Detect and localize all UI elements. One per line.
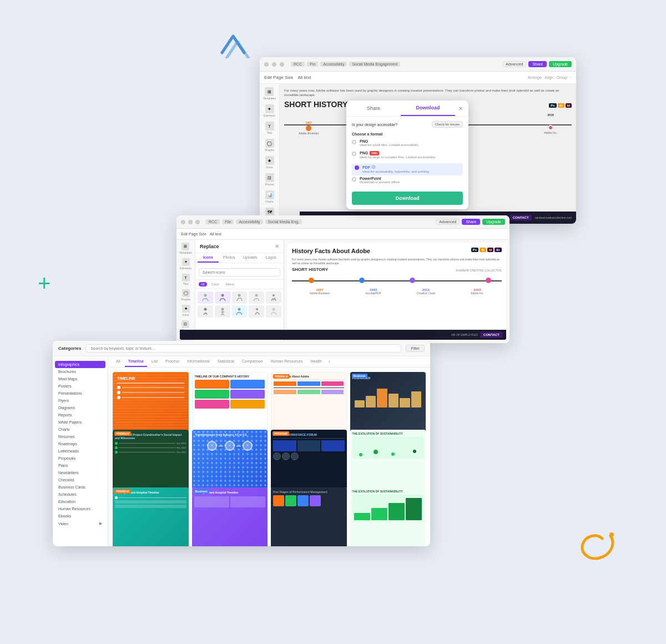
type-tab-more[interactable]: ›: [326, 356, 332, 367]
template-card-12[interactable]: THE EVOLUTION OF SUSTAINABILITY: [350, 487, 426, 546]
template-card-10[interactable]: Business Nursing Patient Hospital Timeli…: [192, 487, 268, 546]
icon-item-10[interactable]: [266, 305, 281, 318]
icon-item-5[interactable]: [266, 291, 281, 304]
type-tab-comparison[interactable]: Comparison: [239, 356, 266, 367]
sub-tab-page-size[interactable]: Edit Page Size: [264, 75, 293, 80]
template-card-11[interactable]: Five Stages of Performance Management: [271, 487, 347, 546]
type-tab-health[interactable]: Health: [307, 356, 325, 367]
sidebar-item-shapes[interactable]: ◯ Shapes: [265, 139, 274, 152]
cat-roadmaps[interactable]: Roadmaps: [53, 440, 108, 447]
replace-filter-all[interactable]: All: [199, 282, 207, 286]
format-option-pdf[interactable]: PDF ⓘ Ideal for accessibility, hyperlink…: [352, 163, 463, 176]
format-option-ppt[interactable]: PowerPoint Download to present offline: [352, 177, 463, 185]
w2-sidebar-templates[interactable]: ⊞ Templates: [179, 243, 192, 254]
replace-tab-icons[interactable]: Icons: [198, 253, 219, 263]
w2-advanced-btn[interactable]: Advanced: [436, 219, 460, 225]
w2-sub-all-text[interactable]: All text: [210, 232, 221, 236]
replace-tab-logos[interactable]: Logos: [260, 253, 281, 263]
cat-reports[interactable]: Reports: [53, 411, 108, 419]
w2-sidebar-text[interactable]: T Text: [182, 274, 190, 285]
cat-human-resources[interactable]: Human Resources: [53, 505, 108, 512]
nav-tab-accessibility[interactable]: Accessibility: [320, 62, 347, 67]
format-option-png-pro[interactable]: PNG PRO Ideal for large or complex files…: [352, 151, 463, 160]
icon-item-4[interactable]: [249, 291, 264, 304]
cat-brochures[interactable]: Brochures: [53, 368, 108, 375]
type-tab-all[interactable]: All: [113, 356, 124, 367]
type-tab-process[interactable]: Process: [162, 356, 183, 367]
icon-item-3[interactable]: [232, 291, 248, 304]
format-radio-png[interactable]: [352, 140, 356, 144]
icon-item-9[interactable]: [249, 305, 264, 318]
format-radio-pdf[interactable]: [355, 165, 359, 170]
type-tab-informational[interactable]: Informational: [184, 356, 213, 367]
cat-video[interactable]: Video ▶: [53, 520, 108, 527]
w2-upgrade-btn[interactable]: Upgrade: [482, 219, 505, 225]
sidebar-item-text[interactable]: T Text: [265, 122, 274, 134]
share-button[interactable]: Share: [528, 61, 547, 67]
w2-tab-accessibility[interactable]: Accessibility: [236, 219, 263, 224]
cat-education[interactable]: Education: [53, 498, 108, 505]
replace-filter-mono[interactable]: Mono: [224, 282, 236, 286]
cat-posters[interactable]: Posters: [53, 383, 108, 390]
cat-plans[interactable]: Plans: [53, 462, 108, 469]
replace-close-button[interactable]: ✕: [275, 243, 279, 249]
cat-diagrams[interactable]: Diagrams: [53, 404, 108, 411]
replace-filter-color[interactable]: Color: [209, 282, 221, 286]
nav-tab-social[interactable]: Social Media Engagement: [349, 62, 400, 67]
dialog-tab-share[interactable]: Share: [346, 101, 401, 115]
w2-sidebar-icons[interactable]: ★ Icons: [182, 305, 190, 316]
replace-search-input[interactable]: [199, 268, 280, 276]
cat-mind-maps[interactable]: Mind Maps: [53, 375, 108, 383]
w2-sidebar-elements[interactable]: ✦ Elements: [180, 258, 191, 270]
icon-item-1[interactable]: [198, 291, 213, 304]
cat-letterheads[interactable]: Letterheads: [53, 447, 108, 455]
sidebar-item-templates[interactable]: ⊞ Templates: [263, 87, 276, 100]
cat-proposals[interactable]: Proposals: [53, 455, 108, 462]
type-tab-hr[interactable]: Human Resources: [267, 356, 306, 367]
cat-newsletters[interactable]: Newsletters: [53, 469, 108, 476]
icon-item-6[interactable]: [198, 305, 213, 318]
sidebar-item-elements[interactable]: ✦ Elements: [264, 104, 275, 117]
upgrade-button[interactable]: Upgrade: [549, 61, 572, 67]
advanced-button[interactable]: Advanced: [502, 61, 526, 67]
icon-item-8[interactable]: [232, 305, 248, 318]
cat-resumes[interactable]: Resumes: [53, 433, 108, 440]
replace-tab-uploads[interactable]: Uploads: [240, 253, 261, 263]
icon-item-7[interactable]: [215, 305, 230, 318]
check-issues-button[interactable]: Check for issues: [432, 121, 463, 128]
w2-tab-file[interactable]: File: [222, 219, 234, 224]
sidebar-item-charts[interactable]: 📊 Charts: [265, 190, 274, 203]
replace-tab-photos[interactable]: Photos: [219, 253, 240, 263]
filter-button[interactable]: Filter: [406, 345, 425, 352]
nav-tab-pin[interactable]: Pin: [307, 62, 318, 67]
cat-charts[interactable]: Charts: [53, 426, 108, 433]
type-tab-list[interactable]: List: [148, 356, 161, 367]
sidebar-item-icons[interactable]: ★ Icons: [265, 156, 274, 169]
cat-business-cards[interactable]: Business Cards: [53, 484, 108, 491]
cat-ebooks[interactable]: Ebooks: [53, 512, 108, 520]
format-option-png[interactable]: PNG Ideal for small files. Limited acces…: [352, 139, 463, 148]
cat-schedules[interactable]: Schedules: [53, 491, 108, 498]
w2-sidebar-shapes[interactable]: ◯ Shapes: [181, 289, 190, 301]
cat-presentations[interactable]: Presentations: [53, 390, 108, 397]
cat-flyers[interactable]: Flyers: [53, 397, 108, 404]
w2-sub-page-size[interactable]: Edit Page Size: [181, 232, 206, 236]
format-radio-png-pro[interactable]: [352, 152, 356, 156]
template-card-9[interactable]: PREMIUM Nursing Patient Hospital Timelin…: [113, 487, 189, 546]
cat-infographics[interactable]: Infographics: [55, 361, 105, 368]
cat-white-papers[interactable]: White Papers: [53, 419, 108, 426]
type-tab-timeline[interactable]: Timeline: [125, 356, 147, 367]
w2-share-btn[interactable]: Share: [462, 219, 480, 225]
w2-tab-rcc[interactable]: RCC: [206, 219, 220, 224]
icon-item-2[interactable]: [215, 291, 230, 304]
sub-tab-all-text[interactable]: All text: [297, 75, 311, 80]
dialog-tab-download[interactable]: Download: [401, 100, 455, 116]
format-radio-ppt[interactable]: [352, 177, 356, 182]
download-button[interactable]: Download: [352, 192, 463, 205]
type-tab-statistical[interactable]: Statistical: [214, 356, 238, 367]
cat-checklist[interactable]: Checklist: [53, 476, 108, 484]
sidebar-item-photos[interactable]: ⊡ Photos: [265, 173, 274, 186]
nav-tab-canva[interactable]: RCC: [291, 62, 305, 67]
dialog-close-button[interactable]: ✕: [455, 103, 466, 114]
w2-tab-social[interactable]: Social Media Eng.: [265, 219, 302, 224]
